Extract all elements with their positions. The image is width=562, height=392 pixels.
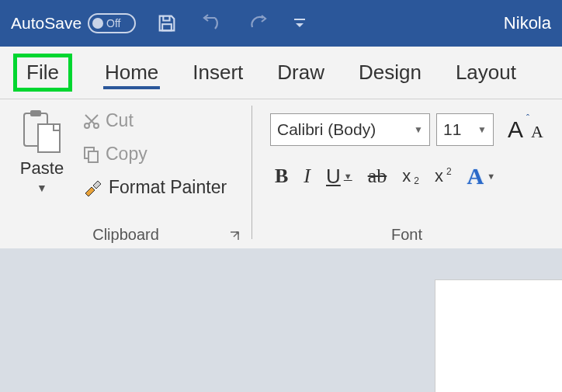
cut-label: Cut xyxy=(106,110,134,131)
svg-rect-0 xyxy=(162,24,172,30)
format-painter-label: Format Painter xyxy=(109,177,227,198)
paintbrush-icon xyxy=(82,178,104,198)
font-group-label: Font xyxy=(252,226,562,244)
tab-layout[interactable]: Layout xyxy=(454,56,518,89)
font-size-combo[interactable]: 11 ▼ xyxy=(436,113,494,146)
font-name-value: Calibri (Body) xyxy=(277,120,376,139)
paste-button[interactable]: Paste ▼ xyxy=(11,109,73,245)
svg-rect-4 xyxy=(38,124,60,152)
font-group: Calibri (Body) ▼ 11 ▼ Aˆ A B I U▼ ab x2 xyxy=(252,99,562,248)
subscript-button[interactable]: x2 xyxy=(402,166,419,186)
format-painter-button[interactable]: Format Painter xyxy=(82,177,227,198)
file-tab-highlight: File xyxy=(13,54,72,92)
copy-button[interactable]: Copy xyxy=(82,144,227,165)
autosave-state: Off xyxy=(106,17,120,29)
toggle-knob xyxy=(92,18,103,29)
tab-draw[interactable]: Draw xyxy=(276,56,326,89)
clipboard-launcher-icon[interactable] xyxy=(228,230,242,244)
scissors-icon xyxy=(82,112,101,130)
cut-button[interactable]: Cut xyxy=(82,110,227,131)
document-area xyxy=(0,248,562,392)
bold-button[interactable]: B xyxy=(275,165,288,188)
chevron-down-icon[interactable]: ▼ xyxy=(36,182,47,194)
copy-icon xyxy=(82,145,101,164)
paste-label: Paste xyxy=(20,158,64,179)
superscript-button[interactable]: x2 xyxy=(435,166,452,186)
copy-label: Copy xyxy=(106,144,147,165)
tab-insert[interactable]: Insert xyxy=(191,56,245,89)
italic-button[interactable]: I xyxy=(304,165,310,188)
tab-file[interactable]: File xyxy=(25,56,61,88)
svg-rect-8 xyxy=(88,151,98,162)
save-icon[interactable] xyxy=(156,12,178,34)
font-size-value: 11 xyxy=(443,120,461,139)
user-name: Nikola xyxy=(504,13,551,33)
chevron-down-icon[interactable]: ▼ xyxy=(414,124,423,135)
tab-home[interactable]: Home xyxy=(103,56,160,89)
text-effects-button[interactable]: A▼ xyxy=(467,163,496,189)
paste-icon xyxy=(21,109,63,154)
tab-design[interactable]: Design xyxy=(357,56,423,89)
chevron-down-icon[interactable]: ▼ xyxy=(477,124,487,135)
grow-font-button[interactable]: Aˆ xyxy=(508,116,523,143)
qat-customize-icon[interactable] xyxy=(293,16,307,30)
svg-rect-3 xyxy=(30,110,41,116)
document-page[interactable] xyxy=(435,279,562,392)
undo-icon[interactable] xyxy=(199,13,226,33)
autosave-toggle[interactable]: Off xyxy=(88,13,136,33)
shrink-font-button[interactable]: A xyxy=(531,122,543,142)
autosave-label: AutoSave xyxy=(11,14,82,33)
clipboard-group-label: Clipboard xyxy=(0,226,252,244)
strikethrough-button[interactable]: ab xyxy=(368,165,387,188)
clipboard-group: Paste ▼ Cut Copy xyxy=(0,99,252,248)
svg-rect-1 xyxy=(294,19,305,20)
underline-button[interactable]: U▼ xyxy=(326,165,352,189)
font-name-combo[interactable]: Calibri (Body) ▼ xyxy=(270,113,430,146)
redo-icon[interactable] xyxy=(248,13,271,33)
